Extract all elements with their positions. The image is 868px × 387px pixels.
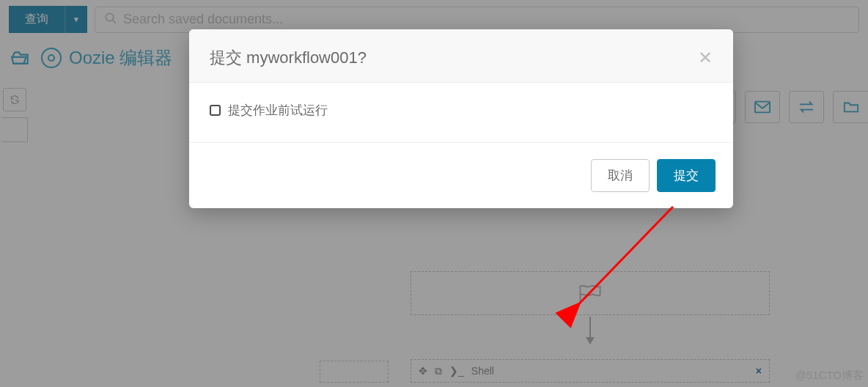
close-icon[interactable]: ✕ <box>698 48 713 68</box>
cancel-button[interactable]: 取消 <box>591 159 650 192</box>
dryrun-checkbox-row[interactable]: 提交作业前试运行 <box>210 102 713 119</box>
modal-header: 提交 myworkflow001? ✕ <box>189 29 733 82</box>
modal-title: 提交 myworkflow001? <box>210 47 367 69</box>
watermark: @51CTO博客 <box>795 369 864 383</box>
dryrun-checkbox[interactable] <box>210 105 221 116</box>
submit-modal: 提交 myworkflow001? ✕ 提交作业前试运行 取消 提交 <box>189 29 733 208</box>
dryrun-label: 提交作业前试运行 <box>228 102 328 119</box>
modal-body: 提交作业前试运行 <box>189 82 733 142</box>
modal-footer: 取消 提交 <box>189 142 733 208</box>
submit-button[interactable]: 提交 <box>657 159 716 192</box>
